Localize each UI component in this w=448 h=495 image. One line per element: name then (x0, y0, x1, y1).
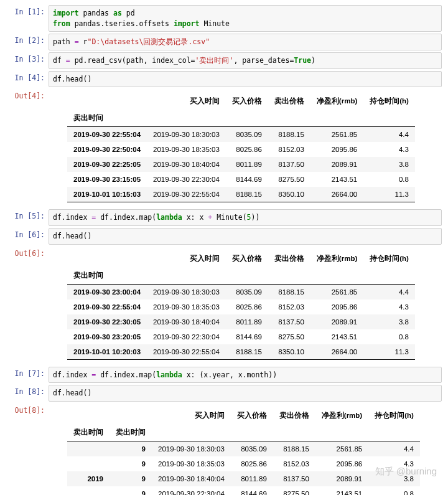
code-input[interactable]: df.index = df.index.map(lambda x: x + Mi… (49, 209, 442, 226)
cell: 8144.69 (231, 486, 273, 495)
index-name: 卖出时间 (67, 110, 147, 127)
cell: 8188.15 (226, 187, 268, 202)
cell: 8152.03 (273, 456, 315, 471)
table-row: 2019-09-30 22:25:052019-09-30 18:40:0480… (67, 157, 415, 172)
text: df.index.map( (96, 213, 156, 222)
row-index-0 (67, 486, 110, 495)
output-area: 买入时间买入价格卖出价格净盈利(rmb)持仓时间(h)卖出时间2019-09-3… (49, 89, 442, 207)
cell: 2019-09-30 22:30:04 (152, 486, 231, 495)
cell: 2089.91 (310, 314, 363, 329)
row-index: 2019-09-30 22:55:04 (67, 299, 147, 314)
cell: 8188.15 (273, 441, 315, 457)
table-row: 2019-09-30 23:15:052019-09-30 22:30:0481… (67, 172, 415, 187)
cell: 2143.51 (310, 172, 363, 187)
table-row: 92019-09-30 22:30:048144.698275.502143.5… (67, 486, 420, 495)
out-prompt: Out[6]: (6, 247, 49, 365)
cell: 8350.10 (268, 187, 310, 202)
cell: 4.4 (363, 284, 415, 299)
dataframe-table: 买入时间买入价格卖出价格净盈利(rmb)持仓时间(h)卖出时间2019-09-3… (67, 93, 415, 202)
col-header: 买入时间 (147, 93, 226, 110)
code-cell-7: In [7]: df.index = df.index.map(lambda x… (6, 367, 442, 384)
call: df.head() (53, 75, 91, 83)
out-prompt: Out[4]: (6, 89, 49, 207)
code-input[interactable]: import pandas as pd from pandas.tseries.… (49, 5, 442, 32)
row-index-1: 9 (110, 456, 152, 471)
dataframe-table: 买入时间买入价格卖出价格净盈利(rmb)持仓时间(h)卖出时间2019-09-3… (67, 250, 415, 360)
output-cell-4: Out[4]: 买入时间买入价格卖出价格净盈利(rmb)持仓时间(h)卖出时间2… (6, 89, 442, 207)
row-index: 2019-09-30 22:25:05 (67, 157, 147, 172)
code-input[interactable]: df.index = df.index.map(lambda x: (x.yea… (49, 367, 442, 384)
text: df.index (53, 370, 91, 379)
cell: 2019-09-30 18:40:04 (152, 471, 231, 486)
cell: 3.8 (368, 471, 420, 486)
cell: 8350.10 (268, 344, 310, 360)
cell: 2019-09-30 18:35:03 (147, 299, 226, 314)
cell: 8152.03 (268, 142, 310, 157)
col-header: 净盈利(rmb) (310, 93, 363, 110)
op: = (75, 37, 79, 46)
output-cell-6: Out[6]: 买入时间买入价格卖出价格净盈利(rmb)持仓时间(h)卖出时间2… (6, 247, 442, 365)
code-cell-3: In [3]: df = pd.read_csv(path, index_col… (6, 52, 442, 69)
cell: 2019-09-30 18:35:03 (147, 142, 226, 157)
code-input[interactable]: df.head() (49, 228, 442, 245)
col-header: 净盈利(rmb) (315, 407, 368, 424)
in-prompt: In [7]: (6, 367, 49, 384)
code-input[interactable]: df.head() (49, 385, 442, 402)
cell: 8025.86 (226, 299, 268, 314)
row-index: 2019-09-30 22:30:05 (67, 314, 147, 329)
cell: 8275.50 (273, 486, 315, 495)
code-input[interactable]: df.head() (49, 71, 442, 88)
cell: 8137.50 (268, 314, 310, 329)
name: Minute (203, 19, 230, 28)
op: = (66, 56, 70, 65)
col-header: 买入时间 (152, 407, 231, 424)
cell: 4.3 (363, 299, 415, 314)
table-row: 92019-09-30 18:30:038035.098188.152561.8… (67, 441, 420, 457)
cell: 0.8 (363, 329, 415, 344)
in-prompt: In [1]: (6, 5, 49, 32)
col-header: 卖出价格 (268, 250, 310, 267)
cell: 2095.86 (315, 456, 368, 471)
cell: 8188.15 (268, 284, 310, 299)
cell: 2019-09-30 18:30:03 (152, 441, 231, 457)
cell: 8275.50 (268, 329, 310, 344)
in-prompt: In [6]: (6, 228, 49, 245)
table-row: 2019-09-30 22:55:042019-09-30 18:30:0380… (67, 127, 415, 143)
cell: 2019-09-30 18:35:03 (152, 456, 231, 471)
cell: 4.3 (368, 456, 420, 471)
table-row: 2019-09-30 22:55:042019-09-30 18:35:0380… (67, 299, 415, 314)
keyword: import (174, 19, 200, 28)
row-index-0 (67, 456, 110, 471)
text: )) (251, 213, 260, 222)
cell: 8035.09 (226, 127, 268, 143)
code-cell-8: In [8]: df.head() (6, 385, 442, 402)
cell: 8144.69 (226, 329, 268, 344)
cell: 2019-09-30 18:40:04 (147, 157, 226, 172)
cell: 3.8 (363, 157, 415, 172)
cell: 0.8 (363, 172, 415, 187)
text: df.index (53, 213, 91, 222)
cell: 2664.00 (310, 344, 363, 360)
code-input[interactable]: df = pd.read_csv(path, index_col='卖出时间',… (49, 52, 442, 69)
cell: 2561.85 (310, 127, 363, 143)
string: "D:\datasets\回测交易记录.csv" (87, 37, 210, 46)
call: df.head() (53, 232, 91, 240)
code-input[interactable]: path = r"D:\datasets\回测交易记录.csv" (49, 34, 442, 50)
row-index-0 (67, 441, 110, 457)
table-row: 2019-09-30 22:50:042019-09-30 18:35:0380… (67, 142, 415, 157)
cell: 2561.85 (315, 441, 368, 457)
cell: 8188.15 (226, 344, 268, 360)
string: '卖出时间' (195, 56, 234, 65)
table-row: 92019-09-30 18:35:038025.868152.032095.8… (67, 456, 420, 471)
cell: 3.8 (363, 314, 415, 329)
cell: 11.3 (363, 187, 415, 202)
col-header: 买入价格 (226, 250, 268, 267)
text: Minute( (212, 213, 246, 222)
cell: 2019-09-30 18:30:03 (147, 284, 226, 299)
in-prompt: In [5]: (6, 209, 49, 226)
code-cell-4: In [4]: df.head() (6, 71, 442, 88)
text: x: x (182, 213, 208, 222)
table-row: 201992019-09-30 18:40:048011.898137.5020… (67, 471, 420, 486)
keyword: lambda (156, 213, 182, 222)
cell: 11.3 (363, 344, 415, 360)
